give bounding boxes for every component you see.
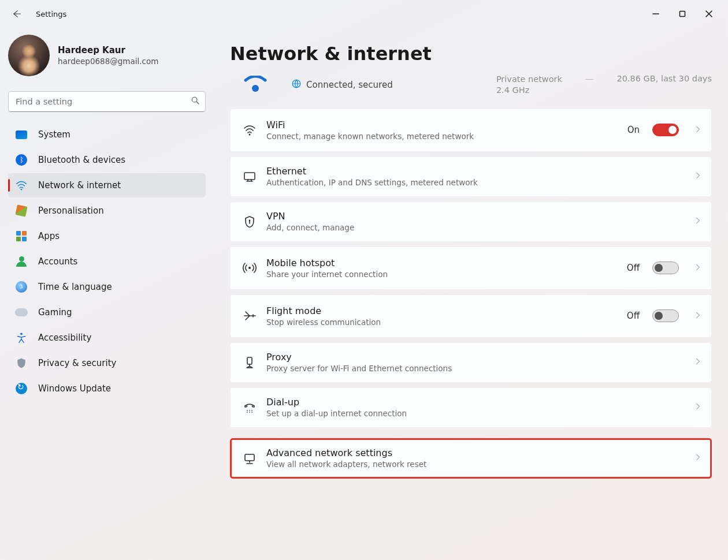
wifi-state: On <box>627 125 640 135</box>
card-vpn[interactable]: VPN Add, connect, manage <box>230 201 712 242</box>
separator-icon: — <box>585 74 594 96</box>
chevron-right-icon <box>694 125 702 136</box>
nav-personalisation[interactable]: Personalisation <box>8 199 206 223</box>
gamepad-icon <box>15 306 28 319</box>
card-ethernet[interactable]: Ethernet Authentication, IP and DNS sett… <box>230 156 712 197</box>
globe-icon <box>291 79 302 91</box>
nav-gaming[interactable]: Gaming <box>8 300 206 324</box>
flight-state: Off <box>627 311 640 321</box>
card-flight-mode[interactable]: Flight mode Stop wireless communication … <box>230 294 712 338</box>
accessibility-icon <box>15 331 28 344</box>
nav-label: Personalisation <box>38 206 104 216</box>
nav-label: Privacy & security <box>38 358 116 368</box>
nav-update[interactable]: Windows Update <box>8 376 206 401</box>
flight-toggle[interactable] <box>652 309 679 322</box>
nav-label: Windows Update <box>38 383 111 394</box>
wifi-toggle[interactable] <box>652 124 679 136</box>
update-icon <box>15 382 28 395</box>
person-icon <box>15 255 28 268</box>
hotspot-icon <box>242 260 257 275</box>
nav-apps[interactable]: Apps <box>8 224 206 248</box>
card-title: Flight mode <box>266 305 618 316</box>
wifi-status-icon <box>240 76 270 94</box>
status-connection: Connected, secured <box>306 80 393 90</box>
settings-cards: WiFi Connect, manage known networks, met… <box>230 109 712 479</box>
nav-bluetooth[interactable]: ᛒ Bluetooth & devices <box>8 148 206 172</box>
card-title: Dial-up <box>266 397 685 408</box>
nav-label: Bluetooth & devices <box>38 155 125 165</box>
svg-rect-0 <box>680 12 685 17</box>
sidebar: Hardeep Kaur hardeep0688@gmail.com Syste… <box>0 28 214 560</box>
nav-privacy[interactable]: Privacy & security <box>8 351 206 375</box>
card-title: Mobile hotspot <box>266 257 618 268</box>
nav: System ᛒ Bluetooth & devices Network & i… <box>8 122 214 401</box>
airplane-icon <box>242 308 257 323</box>
svg-point-4 <box>252 85 259 92</box>
clock-icon <box>15 281 28 293</box>
nav-label: Apps <box>38 231 60 241</box>
card-sub: Add, connect, manage <box>266 223 685 232</box>
nav-network[interactable]: Network & internet <box>8 173 206 197</box>
card-proxy[interactable]: Proxy Proxy server for Wi-Fi and Etherne… <box>230 342 712 383</box>
svg-point-9 <box>248 267 251 269</box>
card-title: Advanced network settings <box>266 447 685 458</box>
status-band: 2.4 GHz <box>496 85 562 96</box>
titlebar: Settings <box>0 0 728 28</box>
card-hotspot[interactable]: Mobile hotspot Share your internet conne… <box>230 247 712 290</box>
svg-rect-7 <box>244 173 255 180</box>
nav-system[interactable]: System <box>8 122 206 147</box>
ethernet-icon <box>242 169 257 184</box>
search-icon <box>191 96 200 107</box>
nav-label: Accessibility <box>38 333 91 343</box>
app-title: Settings <box>36 10 66 18</box>
chevron-right-icon <box>694 263 702 274</box>
card-title: Proxy <box>266 352 685 363</box>
paintbrush-icon <box>15 204 28 217</box>
wifi-icon <box>15 179 28 192</box>
card-sub: Share your internet connection <box>266 270 618 279</box>
minimize-button[interactable] <box>642 5 669 23</box>
nav-accessibility[interactable]: Accessibility <box>8 326 206 350</box>
nav-accounts[interactable]: Accounts <box>8 249 206 274</box>
card-sub: Stop wireless communication <box>266 318 618 327</box>
nav-label: Gaming <box>38 307 72 318</box>
card-wifi[interactable]: WiFi Connect, manage known networks, met… <box>230 109 712 152</box>
maximize-button[interactable] <box>669 5 696 23</box>
svg-point-2 <box>21 189 23 191</box>
user-name: Hardeep Kaur <box>58 45 158 55</box>
wifi-icon <box>242 122 257 137</box>
card-dialup[interactable]: Dial-up Set up a dial-up internet connec… <box>230 387 712 428</box>
chevron-right-icon <box>694 311 702 322</box>
card-sub: Connect, manage known networks, metered … <box>266 132 618 141</box>
search-input[interactable] <box>8 91 206 112</box>
status-usage: 20.86 GB, last 30 days <box>616 74 712 96</box>
phone-icon <box>242 400 257 415</box>
svg-point-3 <box>20 333 23 335</box>
user-email: hardeep0688@gmail.com <box>58 57 158 66</box>
shield-icon <box>242 214 257 229</box>
card-sub: Set up a dial-up internet connection <box>266 409 685 418</box>
shield-icon <box>15 357 28 369</box>
back-button[interactable] <box>12 9 22 19</box>
close-button[interactable] <box>696 5 722 23</box>
apps-icon <box>15 230 28 242</box>
window-controls <box>642 5 722 23</box>
hotspot-toggle[interactable] <box>652 262 679 274</box>
nav-label: Network & internet <box>38 180 121 191</box>
search-box <box>8 91 206 112</box>
card-title: Ethernet <box>266 166 685 177</box>
svg-rect-17 <box>245 454 254 461</box>
page-title: Network & internet <box>230 43 712 65</box>
card-advanced-network[interactable]: Advanced network settings View all netwo… <box>230 438 712 479</box>
card-sub: Proxy server for Wi-Fi and Ethernet conn… <box>266 364 685 373</box>
chevron-right-icon <box>694 453 702 464</box>
connection-status-strip: Connected, secured Private network 2.4 G… <box>230 68 712 106</box>
avatar <box>8 35 50 76</box>
user-block[interactable]: Hardeep Kaur hardeep0688@gmail.com <box>8 28 214 89</box>
card-title: WiFi <box>266 120 618 130</box>
nav-time[interactable]: Time & language <box>8 275 206 299</box>
nav-label: Accounts <box>38 256 77 267</box>
main-panel: Network & internet Connected, secured <box>214 28 728 560</box>
hotspot-state: Off <box>627 263 640 273</box>
chevron-right-icon <box>694 402 702 413</box>
